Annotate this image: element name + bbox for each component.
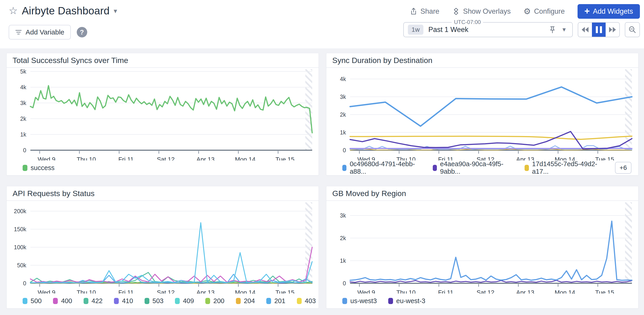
svg-text:1k: 1k [340,258,346,264]
legend-item[interactable]: success [22,164,54,172]
legend-item[interactable]: eu-west-3 [388,297,425,305]
pin-icon[interactable] [550,26,556,33]
chart-legend: 0c49680d-4791-4ebb-a88...e4aea90a-90ca-4… [326,160,638,175]
chart-legend: success [6,160,318,175]
svg-text:Sat 12: Sat 12 [476,289,494,294]
svg-text:Mon 14: Mon 14 [555,289,575,294]
help-icon[interactable]: ? [77,27,87,37]
overlays-icon [452,7,460,15]
time-caret-down-icon[interactable]: ▼ [561,26,567,33]
legend-color-chip [205,298,210,304]
legend-item[interactable]: 17d1455c-7ed5-49d2-a17... [524,160,604,175]
chart-plot[interactable]: 3k2k1k0Wed 9Thu 10Fri 11Sat 12Apr 13Mon … [326,201,638,294]
time-range-picker[interactable]: UTC-07:00 1w Past 1 Week ▼ [403,22,573,37]
svg-text:200k: 200k [14,208,26,214]
show-overlays-button[interactable]: Show Overlays [452,7,511,15]
svg-text:Thu 10: Thu 10 [396,289,416,294]
svg-text:Apr 13: Apr 13 [516,156,534,160]
legend-item[interactable]: 204 [236,297,255,305]
svg-text:Wed 9: Wed 9 [358,156,375,160]
chart-plot[interactable]: 4k3k2k1k0Wed 9Thu 10Fri 11Sat 12Apr 13Mo… [326,68,638,160]
configure-button[interactable]: ⚙ Configure [524,7,565,15]
legend-item[interactable]: 200 [205,297,224,305]
legend-label: 403 [305,297,316,305]
filter-icon [15,29,22,35]
rewind-icon [581,26,589,33]
svg-text:Fri 11: Fri 11 [118,156,134,160]
pause-button[interactable] [592,22,606,37]
legend-label: 500 [30,297,42,305]
svg-text:5k: 5k [20,68,26,75]
svg-text:Apr 13: Apr 13 [516,289,534,294]
legend-label: 201 [274,297,285,305]
title-chevron-down-icon[interactable]: ▾ [114,7,117,15]
svg-text:3k: 3k [340,94,346,100]
fast-forward-button[interactable] [606,22,619,37]
legend-item[interactable]: 500 [22,297,42,305]
svg-text:0: 0 [23,280,26,287]
legend-color-chip [342,165,346,171]
share-icon [410,7,417,15]
dashboard-title-row: ☆ Airbyte Dashboard ▾ [9,3,117,18]
legend-color-chip [175,298,180,304]
requests-chart-svg: 200k150k100k50k0Wed 9Thu 10Fri 11Sat 12A… [6,201,319,294]
zoom-out-icon [628,25,636,34]
svg-text:Sat 12: Sat 12 [157,289,175,294]
legend-item[interactable]: 503 [144,297,164,305]
legend-color-chip [433,165,437,171]
legend-item[interactable]: 400 [53,297,72,305]
legend-label: e4aea90a-90ca-49f5-9abb... [440,160,513,175]
page-title[interactable]: Airbyte Dashboard [22,4,110,17]
configure-label: Configure [534,7,564,15]
add-variable-label: Add Variable [26,28,64,36]
legend-item[interactable]: 410 [114,297,133,305]
plus-icon: + [584,6,590,15]
zoom-out-button[interactable] [625,22,640,37]
chart-legend: 500400422410503409200204201403+4 [6,294,318,308]
legend-color-chip [236,298,241,304]
widget-title: Total Successful Syncs over Time [6,53,318,68]
legend-item[interactable]: 201 [266,297,285,305]
legend-color-chip [524,165,529,171]
legend-item[interactable]: 422 [84,297,102,305]
header-actions: Share Show Overlays ⚙ Configure + Add Wi… [410,4,640,19]
svg-text:150k: 150k [14,226,26,232]
rewind-button[interactable] [578,22,592,37]
svg-text:1k: 1k [340,129,346,136]
svg-text:Tue 15: Tue 15 [595,156,614,160]
legend-overflow-button[interactable]: +6 [615,162,632,174]
legend-item[interactable]: 403 [297,297,316,305]
widget-title: Sync Duration by Destination [326,53,638,68]
legend-color-chip [388,298,393,304]
legend-item[interactable]: 0c49680d-4791-4ebb-a88... [342,160,421,175]
legend-item[interactable]: e4aea90a-90ca-49f5-9abb... [433,160,513,175]
time-preset-chip[interactable]: 1w [408,25,424,35]
add-widgets-button[interactable]: + Add Widgets [578,4,640,19]
svg-text:2k: 2k [340,111,346,118]
svg-text:0: 0 [23,147,26,153]
chart-plot[interactable]: 200k150k100k50k0Wed 9Thu 10Fri 11Sat 12A… [6,201,318,294]
svg-text:50k: 50k [17,262,26,269]
svg-text:4k: 4k [20,84,26,90]
favorite-star-icon[interactable]: ☆ [9,6,18,16]
svg-text:Tue 15: Tue 15 [276,289,294,294]
add-variable-button[interactable]: Add Variable [9,25,71,39]
legend-item[interactable]: 409 [175,297,194,305]
legend-color-chip [53,298,58,304]
legend-item[interactable]: us-west3 [342,297,377,305]
share-button[interactable]: Share [410,7,440,15]
legend-label: 200 [213,297,224,305]
svg-text:0: 0 [343,147,346,153]
svg-text:Mon 14: Mon 14 [235,156,256,160]
legend-color-chip [84,298,88,304]
legend-color-chip [22,298,28,304]
svg-text:4k: 4k [340,76,346,82]
svg-text:Fri 11: Fri 11 [118,289,134,294]
time-scrub-group [578,22,620,37]
legend-label: us-west3 [350,297,377,305]
chart-plot[interactable]: 5k4k3k2k1k0Wed 9Thu 10Fri 11Sat 12Apr 13… [6,68,318,160]
legend-color-chip [22,165,28,171]
svg-text:Apr 13: Apr 13 [196,156,215,160]
variables-row: Add Variable ? [9,25,87,40]
svg-text:Mon 14: Mon 14 [235,289,256,294]
